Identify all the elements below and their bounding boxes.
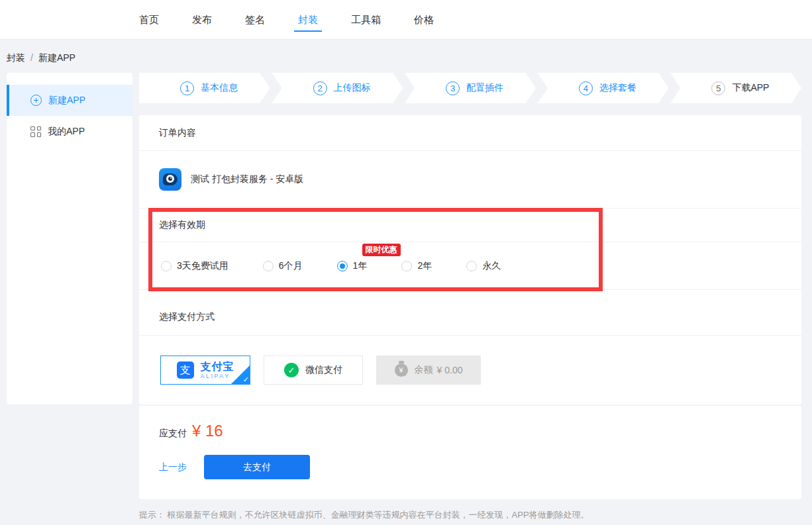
payment-option-balance: ¥ 余额 ¥ 0.00: [376, 356, 481, 385]
validity-option-2year[interactable]: 2年: [401, 260, 432, 272]
sidebar-item-label: 新建APP: [48, 95, 85, 107]
main-content: 1 基本信息 2 上传图标 3 配置插件 4 选择套餐 5 下载APP 订单内容: [139, 73, 801, 521]
top-navbar: 首页 发布 签名 封装 工具箱 价格: [0, 0, 812, 40]
validity-section-title: 选择有效期: [139, 209, 801, 242]
step-number-badge: 3: [446, 81, 460, 95]
sidebar: 新建APP 我的APP: [7, 73, 132, 405]
order-section-title: 订单内容: [139, 115, 801, 150]
breadcrumb-separator: /: [30, 52, 33, 63]
order-panel: 订单内容 测试 打包封装服务 - 安卓版 选择有效期 3天免费试用 6个月 限时: [139, 115, 801, 405]
order-product-row: 测试 打包封装服务 - 安卓版: [139, 151, 801, 208]
nav-item-sign[interactable]: 签名: [245, 0, 265, 40]
breadcrumb-root[interactable]: 封装: [7, 52, 25, 63]
wechat-pay-icon: ✓: [284, 363, 299, 377]
step-upload-icon[interactable]: 2 上传图标: [272, 73, 403, 103]
step-select-package[interactable]: 4 选择套餐: [538, 73, 669, 103]
previous-step-link[interactable]: 上一步: [159, 461, 187, 473]
radio-unchecked-icon[interactable]: [263, 261, 274, 271]
money-bag-icon: ¥: [395, 363, 408, 377]
radio-unchecked-icon[interactable]: [401, 261, 412, 271]
step-number-badge: 2: [313, 81, 327, 95]
sidebar-item-my-app[interactable]: 我的APP: [7, 116, 132, 147]
due-label: 应支付: [159, 428, 187, 440]
radio-checked-icon[interactable]: [337, 261, 348, 271]
balance-amount: ¥ 0.00: [437, 365, 463, 375]
payment-option-wechat[interactable]: ✓ 微信支付: [264, 356, 363, 385]
due-amount: ¥ 16: [192, 422, 223, 440]
nav-item-home[interactable]: 首页: [139, 0, 159, 40]
step-configure-plugin[interactable]: 3 配置插件: [405, 73, 536, 103]
go-pay-button[interactable]: 去支付: [204, 455, 310, 479]
nav-item-package[interactable]: 封装: [298, 0, 318, 40]
alipay-brand-cn: 支付宝: [201, 361, 234, 372]
checkout-buttons: 上一步 去支付: [159, 455, 782, 479]
validity-option-1year[interactable]: 限时优惠 1年: [337, 260, 368, 272]
plus-circle-icon: [30, 95, 42, 106]
nav-item-toolbox[interactable]: 工具箱: [351, 0, 381, 40]
payment-option-alipay[interactable]: 支 支付宝 ALIPAY ✓: [160, 356, 250, 385]
checkout-panel: 应支付 ¥ 16 上一步 去支付: [139, 406, 801, 499]
validity-option-forever[interactable]: 永久: [466, 260, 501, 272]
sidebar-item-label: 我的APP: [48, 126, 85, 138]
validity-option-3day-trial[interactable]: 3天免费试用: [161, 260, 228, 272]
validity-options: 3天免费试用 6个月 限时优惠 1年 2年 永久: [139, 242, 801, 289]
app-logo-eye-icon: [159, 168, 181, 191]
promo-badge: 限时优惠: [362, 244, 401, 256]
radio-unchecked-icon[interactable]: [466, 261, 477, 271]
breadcrumb-current: 新建APP: [38, 52, 76, 63]
nav-item-price[interactable]: 价格: [414, 0, 434, 40]
alipay-logo-icon: 支: [177, 361, 194, 379]
step-number-badge: 5: [711, 81, 725, 95]
payment-section-title: 选择支付方式: [139, 290, 801, 335]
nav-item-publish[interactable]: 发布: [192, 0, 212, 40]
step-number-badge: 4: [579, 81, 593, 95]
check-icon: ✓: [243, 375, 249, 384]
amount-due-line: 应支付 ¥ 16: [159, 422, 782, 440]
radio-unchecked-icon[interactable]: [161, 261, 172, 271]
product-name: 测试 打包封装服务 - 安卓版: [191, 173, 303, 185]
step-wizard: 1 基本信息 2 上传图标 3 配置插件 4 选择套餐 5 下载APP: [139, 73, 801, 103]
grid-icon: [30, 126, 41, 137]
breadcrumb: 封装/新建APP: [7, 52, 76, 64]
payment-methods: 支 支付宝 ALIPAY ✓ ✓ 微信支付 ¥ 余额 ¥ 0.00: [139, 336, 801, 405]
step-number-badge: 1: [180, 81, 194, 95]
platform-rule-tip: 提示： 根据最新平台规则，不允许区块链虚拟币、金融理财类等违规内容在平台封装，一…: [139, 509, 801, 521]
validity-option-6month[interactable]: 6个月: [263, 260, 303, 272]
alipay-brand-en: ALIPAY: [201, 373, 234, 379]
step-basic-info[interactable]: 1 基本信息: [139, 73, 270, 103]
sidebar-item-new-app[interactable]: 新建APP: [7, 85, 132, 116]
step-download-app[interactable]: 5 下载APP: [670, 73, 801, 103]
